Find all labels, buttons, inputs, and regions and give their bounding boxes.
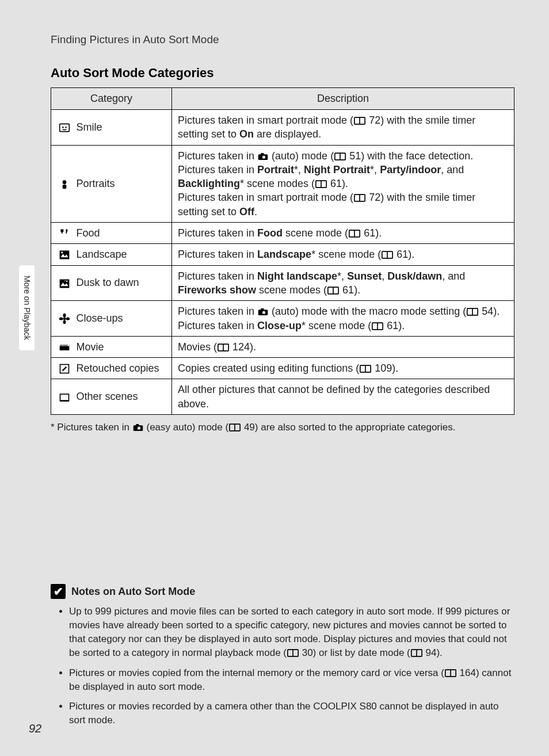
book-ref-icon [445,669,456,677]
category-name: Movie [74,336,172,357]
portrait-icon [51,145,74,222]
category-name: Landscape [74,244,172,265]
table-row: LandscapePictures taken in Landscape* sc… [51,244,514,265]
landscape-icon [51,244,74,265]
notes-block: ✔ Notes on Auto Sort Mode Up to 999 pict… [51,584,514,733]
table-row: FoodPictures taken in Food scene mode ( … [51,223,514,244]
food-icon [51,223,74,244]
other-icon [51,379,74,415]
category-description: Pictures taken in (auto) mode with the m… [172,301,514,337]
retouch-icon [51,358,74,379]
category-name: Smile [74,110,172,146]
header-description: Description [172,88,514,110]
book-ref-icon [349,230,360,238]
categories-table: Category Description SmilePictures taken… [51,87,514,415]
breadcrumb: Finding Pictures in Auto Sort Mode [35,23,514,53]
camera-icon [258,152,268,161]
category-description: Pictures taken in Night landscape*, Suns… [172,265,514,301]
book-ref-icon [382,251,393,259]
book-ref-icon [334,152,346,161]
category-description: All other pictures that cannot be define… [172,379,514,415]
book-ref-icon [315,180,327,188]
notes-list: Up to 999 pictures and movie files can b… [51,605,514,727]
page-number: 92 [29,722,41,735]
movie-icon [51,336,74,357]
notes-item: Pictures or movies copied from the inter… [69,666,514,694]
header-category: Category [51,88,172,110]
book-ref-icon [354,117,365,125]
category-description: Pictures taken in (auto) mode ( 51) with… [172,145,514,222]
closeup-icon [51,301,74,337]
book-ref-icon [229,423,241,432]
category-description: Pictures taken in smart portrait mode ( … [172,110,514,146]
table-row: PortraitsPictures taken in (auto) mode (… [51,145,514,222]
book-ref-icon [327,287,339,295]
category-description: Pictures taken in Food scene mode ( 61). [172,223,514,244]
side-tab: More on Playback [18,265,35,351]
book-ref-icon [218,343,229,352]
category-name: Dusk to dawn [74,265,172,301]
table-row: Other scenesAll other pictures that cann… [51,379,514,415]
notes-item: Pictures or movies recorded by a camera … [69,700,514,727]
category-name: Retouched copies [74,358,172,379]
section-title: Auto Sort Mode Categories [35,53,514,87]
category-description: Movies ( 124). [172,336,514,357]
table-row: MovieMovies ( 124). [51,336,514,357]
table-row: Close-upsPictures taken in (auto) mode w… [51,301,514,337]
footnote: * Pictures taken in (easy auto) mode ( 4… [35,415,514,434]
camera-icon [258,308,268,316]
book-ref-icon [360,365,371,373]
notes-heading: Notes on Auto Sort Mode [71,586,195,598]
table-row: SmilePictures taken in smart portrait mo… [51,110,514,146]
category-name: Other scenes [74,379,172,415]
smile-icon [51,110,74,146]
table-row: Dusk to dawnPictures taken in Night land… [51,265,514,301]
book-ref-icon [287,649,299,657]
category-name: Food [74,223,172,244]
category-description: Copies created using editing functions (… [172,358,514,379]
camera-icon [133,423,143,432]
book-ref-icon [411,649,422,657]
category-name: Close-ups [74,301,172,337]
check-icon: ✔ [51,584,66,599]
table-row: Retouched copiesCopies created using edi… [51,358,514,379]
dusk-icon [51,265,74,301]
category-description: Pictures taken in Landscape* scene mode … [172,244,514,265]
book-ref-icon [372,322,383,330]
notes-item: Up to 999 pictures and movie files can b… [69,605,514,660]
book-ref-icon [467,308,478,316]
side-tab-label: More on Playback [22,276,32,340]
book-ref-icon [354,194,365,202]
category-name: Portraits [74,145,172,222]
